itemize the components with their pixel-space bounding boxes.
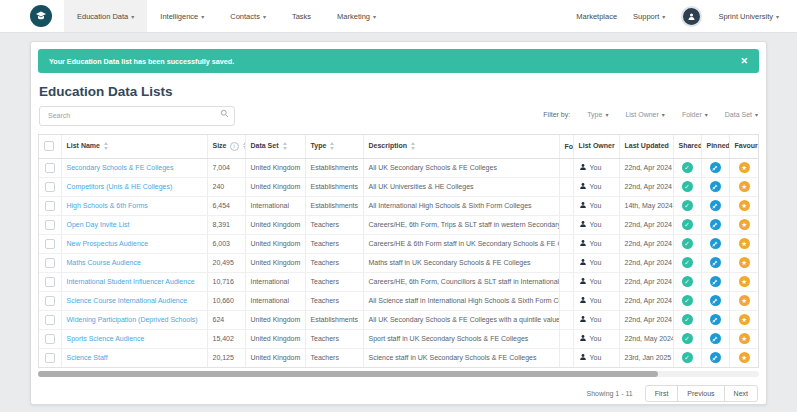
pinned-badge[interactable] <box>710 295 721 306</box>
list-name-link[interactable]: Secondary Schools & FE Colleges <box>67 164 174 171</box>
pinned-badge[interactable] <box>710 181 721 192</box>
pinned-badge[interactable] <box>710 276 721 287</box>
nav-item-contacts[interactable]: Contacts▾ <box>217 0 279 32</box>
first-page-button[interactable]: First <box>645 385 679 402</box>
column-header-size[interactable]: Sizei <box>207 135 245 159</box>
nav-item-marketing[interactable]: Marketing▾ <box>324 0 389 32</box>
column-header-data-set[interactable]: Data Set <box>245 135 305 159</box>
pinned-badge[interactable] <box>710 314 721 325</box>
row-checkbox[interactable] <box>45 315 55 325</box>
favourite-badge[interactable]: ★ <box>739 257 750 268</box>
favourite-badge[interactable]: ★ <box>739 276 750 287</box>
next-page-button[interactable]: Next <box>724 385 758 402</box>
list-name-link[interactable]: Widening Participation (Deprived Schools… <box>67 316 198 323</box>
shared-badge[interactable]: ✓ <box>682 181 693 192</box>
search-input[interactable] <box>39 106 235 126</box>
nav-item-education-data[interactable]: Education Data▾ <box>64 0 147 32</box>
row-checkbox[interactable] <box>45 296 55 306</box>
pin-icon <box>712 241 718 247</box>
row-checkbox[interactable] <box>45 334 55 344</box>
row-checkbox[interactable] <box>45 220 55 230</box>
shared-badge[interactable]: ✓ <box>682 333 693 344</box>
marketplace-link[interactable]: Marketplace <box>576 12 617 21</box>
select-all-checkbox[interactable] <box>44 141 54 151</box>
list-owner-cell: You <box>573 253 619 272</box>
list-name-link[interactable]: Science Staff <box>67 354 108 361</box>
shared-badge[interactable]: ✓ <box>682 314 693 325</box>
row-checkbox[interactable] <box>45 182 55 192</box>
column-header-pinned[interactable]: Pinned <box>701 135 729 159</box>
favourite-badge[interactable]: ★ <box>739 333 750 344</box>
shared-badge[interactable]: ✓ <box>682 295 693 306</box>
favourite-badge[interactable]: ★ <box>739 200 750 211</box>
row-checkbox[interactable] <box>45 258 55 268</box>
nav-item-tasks[interactable]: Tasks <box>279 0 324 32</box>
previous-page-button[interactable]: Previous <box>677 385 724 402</box>
avatar[interactable] <box>681 6 702 27</box>
filter-data-set[interactable]: Data Set▾ <box>725 111 758 118</box>
support-menu[interactable]: Support▾ <box>633 12 665 21</box>
pinned-badge[interactable] <box>710 333 721 344</box>
shared-badge[interactable]: ✓ <box>682 276 693 287</box>
banner-close-button[interactable]: ✕ <box>740 57 748 66</box>
column-header-last-updated[interactable]: Last Updated <box>619 135 673 159</box>
list-name-link[interactable]: Competitors (Unis & HE Colleges) <box>67 183 173 190</box>
pinned-badge[interactable] <box>710 200 721 211</box>
shared-badge[interactable]: ✓ <box>682 257 693 268</box>
row-checkbox[interactable] <box>45 201 55 211</box>
list-name-link[interactable]: High Schools & 6th Forms <box>67 202 148 209</box>
favourite-badge[interactable]: ★ <box>739 352 750 363</box>
description-cell: Maths staff in UK Secondary Schools & FE… <box>363 253 559 272</box>
brand-logo[interactable] <box>30 5 52 27</box>
account-menu[interactable]: Sprint University▾ <box>718 12 779 21</box>
nav-item-label: Education Data <box>77 12 128 21</box>
row-checkbox[interactable] <box>45 277 55 287</box>
nav-item-intelligence[interactable]: Intelligence▾ <box>147 0 217 32</box>
list-name-link[interactable]: Science Course International Audience <box>67 297 188 304</box>
pinned-badge[interactable] <box>710 238 721 249</box>
favourite-badge[interactable]: ★ <box>739 238 750 249</box>
favourite-badge[interactable]: ★ <box>739 219 750 230</box>
filter-items: Type▾List Owner▾Folder▾Data Set▾ <box>587 111 758 118</box>
column-header-description[interactable]: Description <box>363 135 559 159</box>
filter-by-label: Filter by: <box>543 111 570 118</box>
column-header-shared[interactable]: Shared <box>673 135 701 159</box>
pin-icon <box>712 184 718 190</box>
last-updated-cell: 22nd, Apr 2024 <box>619 272 673 291</box>
pinned-badge[interactable] <box>710 257 721 268</box>
favourite-badge[interactable]: ★ <box>739 314 750 325</box>
filter-list-owner[interactable]: List Owner▾ <box>625 111 664 118</box>
list-name-link[interactable]: Open Day Invite List <box>67 221 130 228</box>
pin-icon <box>712 317 718 323</box>
pinned-badge[interactable] <box>710 219 721 230</box>
column-header-type[interactable]: Type <box>305 135 363 159</box>
shared-badge[interactable]: ✓ <box>682 352 693 363</box>
row-checkbox[interactable] <box>45 353 55 363</box>
list-name-link[interactable]: International Student Influencer Audienc… <box>67 278 195 285</box>
filter-folder[interactable]: Folder▾ <box>682 111 708 118</box>
list-name-link[interactable]: Sports Science Audience <box>67 335 145 342</box>
favourite-badge[interactable]: ★ <box>739 181 750 192</box>
shared-badge[interactable]: ✓ <box>682 219 693 230</box>
row-checkbox[interactable] <box>45 163 55 173</box>
shared-badge[interactable]: ✓ <box>682 162 693 173</box>
favourite-badge[interactable]: ★ <box>739 162 750 173</box>
list-name-link[interactable]: New Prospectus Audience <box>67 240 149 247</box>
chevron-down-icon: ▾ <box>662 14 665 20</box>
sort-icon <box>104 142 108 150</box>
list-name-link[interactable]: Maths Course Audience <box>67 259 141 266</box>
list-name-cell: New Prospectus Audience <box>61 234 207 253</box>
shared-badge[interactable]: ✓ <box>682 238 693 249</box>
shared-badge[interactable]: ✓ <box>682 200 693 211</box>
row-checkbox[interactable] <box>45 239 55 249</box>
column-header-list-owner[interactable]: List Owner <box>573 135 619 159</box>
pinned-badge[interactable] <box>710 162 721 173</box>
favourite-badge[interactable]: ★ <box>739 295 750 306</box>
owner-name: You <box>590 259 602 266</box>
pinned-badge[interactable] <box>710 352 721 363</box>
column-header-list-name[interactable]: List Name <box>61 135 207 159</box>
last-updated-cell: 22nd, Apr 2024 <box>619 177 673 196</box>
filter-type[interactable]: Type▾ <box>587 111 608 118</box>
column-header-checkbox[interactable] <box>39 135 61 159</box>
column-header-favourite[interactable]: Favourite <box>729 135 759 159</box>
